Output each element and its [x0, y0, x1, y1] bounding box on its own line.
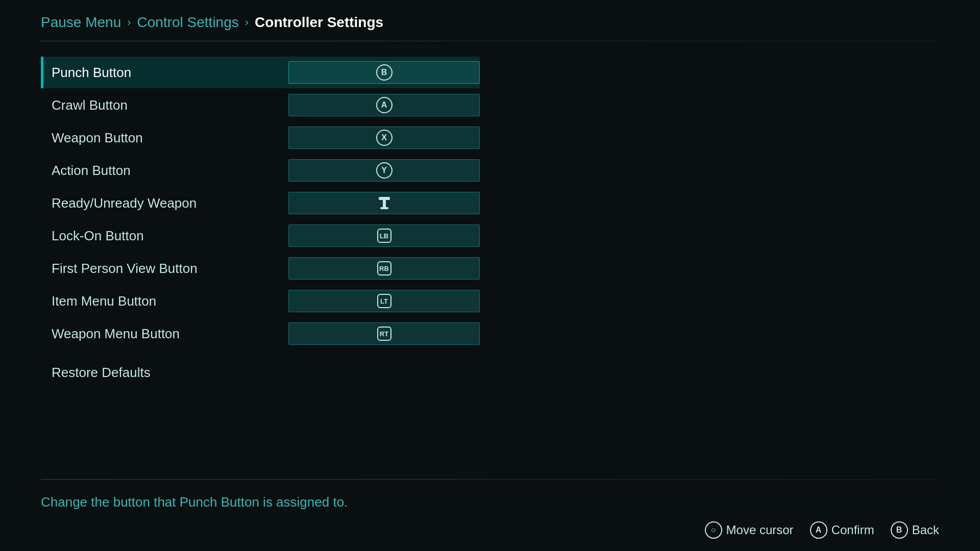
breadcrumb-divider	[41, 41, 939, 41]
button-circle-icon-Y: Y	[376, 162, 393, 179]
settings-row-action-button[interactable]: Action ButtonY	[41, 155, 480, 186]
setting-value-1: A	[288, 94, 480, 116]
a-button-icon: A	[810, 521, 827, 539]
button-circle-icon-X: X	[376, 130, 393, 146]
setting-value-0: B	[288, 61, 480, 84]
help-text: Change the button that Punch Button is a…	[41, 494, 348, 510]
setting-value-6: RB	[288, 257, 480, 280]
settings-row-first-person-view-button[interactable]: First Person View ButtonRB	[41, 253, 480, 284]
breadcrumb-item-pause-menu[interactable]: Pause Menu	[41, 14, 121, 31]
breadcrumb: Pause Menu › Control Settings › Controll…	[0, 0, 980, 41]
control-back: B Back	[891, 521, 939, 539]
button-rect-icon-RT: RT	[377, 327, 391, 341]
setting-label-7: Item Menu Button	[43, 293, 288, 309]
breadcrumb-chevron-2: ›	[245, 16, 249, 29]
settings-row-punch-button[interactable]: Punch ButtonB	[41, 57, 480, 88]
setting-value-8: RT	[288, 322, 480, 345]
restore-defaults-button[interactable]: Restore Defaults	[41, 365, 939, 381]
setting-value-4	[288, 192, 480, 214]
button-rect-icon-LT: LT	[377, 294, 391, 308]
setting-label-6: First Person View Button	[43, 261, 288, 277]
settings-list: Punch ButtonBCrawl ButtonAWeapon ButtonX…	[41, 57, 480, 349]
settings-row-crawl-button[interactable]: Crawl ButtonA	[41, 89, 480, 121]
control-confirm: A Confirm	[810, 521, 874, 539]
move-cursor-label: Move cursor	[726, 523, 794, 537]
setting-label-3: Action Button	[43, 163, 288, 179]
settings-row-weapon-menu-button[interactable]: Weapon Menu ButtonRT	[41, 318, 480, 349]
settings-row-ready/unready-weapon[interactable]: Ready/Unready Weapon	[41, 187, 480, 219]
setting-label-4: Ready/Unready Weapon	[43, 195, 288, 211]
breadcrumb-item-controller-settings: Controller Settings	[255, 14, 383, 31]
setting-value-5: LB	[288, 224, 480, 247]
breadcrumb-item-control-settings[interactable]: Control Settings	[137, 14, 239, 31]
bottom-controls: ○ Move cursor A Confirm B Back	[705, 521, 939, 539]
setting-value-7: LT	[288, 290, 480, 312]
back-label: Back	[912, 523, 939, 537]
setting-label-2: Weapon Button	[43, 130, 288, 146]
confirm-label: Confirm	[831, 523, 874, 537]
b-button-icon: B	[891, 521, 908, 539]
button-rect-icon-LB: LB	[377, 229, 391, 243]
main-content: Punch ButtonBCrawl ButtonAWeapon ButtonX…	[0, 46, 980, 391]
button-circle-icon-A: A	[376, 97, 393, 113]
settings-row-lock-on-button[interactable]: Lock-On ButtonLB	[41, 220, 480, 252]
settings-row-item-menu-button[interactable]: Item Menu ButtonLT	[41, 285, 480, 317]
weapon-icon	[379, 197, 390, 209]
setting-value-2: X	[288, 127, 480, 149]
setting-label-0: Punch Button	[43, 65, 288, 81]
button-rect-icon-RB: RB	[377, 261, 391, 276]
control-move-cursor: ○ Move cursor	[705, 521, 794, 539]
setting-label-8: Weapon Menu Button	[43, 326, 288, 342]
breadcrumb-chevron-1: ›	[127, 16, 131, 29]
button-circle-icon-B: B	[376, 64, 393, 81]
l-button-icon: ○	[705, 521, 722, 539]
bottom-divider	[41, 479, 939, 480]
settings-row-weapon-button[interactable]: Weapon ButtonX	[41, 122, 480, 154]
setting-label-5: Lock-On Button	[43, 228, 288, 244]
setting-label-1: Crawl Button	[43, 97, 288, 113]
setting-value-3: Y	[288, 159, 480, 182]
